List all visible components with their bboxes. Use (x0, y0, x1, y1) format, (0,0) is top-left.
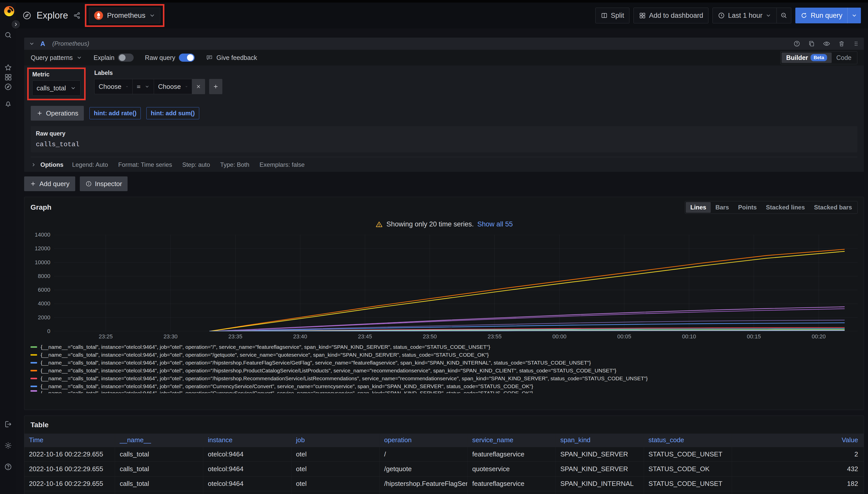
x-tick-label: 23:45 (358, 333, 372, 340)
column-header-value[interactable]: Value (732, 434, 864, 447)
inspector-label: Inspector (95, 180, 122, 188)
label-operator-select[interactable]: = (132, 79, 154, 94)
builder-label: Builder (786, 54, 808, 61)
table-cell: featureflagservice (468, 476, 556, 491)
share-icon[interactable] (73, 12, 81, 19)
graph-mode-stacked-lines[interactable]: Stacked lines (761, 202, 809, 213)
run-query-label: Run query (811, 12, 842, 20)
query-hint-button[interactable]: hint: add rate() (89, 107, 141, 119)
legend-item[interactable]: {__name__="calls_total", instance="otelc… (31, 366, 857, 375)
datasource-name: Prometheus (107, 12, 145, 20)
graph-mode-lines[interactable]: Lines (686, 202, 711, 213)
explain-toggle[interactable] (118, 54, 134, 62)
column-header-statuscode[interactable]: status_code (644, 434, 732, 447)
query-help-icon[interactable] (793, 40, 800, 47)
add-to-dashboard-button[interactable]: Add to dashboard (633, 7, 708, 23)
bell-icon[interactable] (4, 99, 12, 108)
query-row-header[interactable]: A (Prometheus) (24, 38, 864, 50)
builder-tab[interactable]: Builder Beta (782, 53, 832, 63)
column-header-time[interactable]: Time (24, 434, 115, 447)
remove-label-filter-button[interactable] (192, 79, 205, 94)
give-feedback-link[interactable]: Give feedback (206, 54, 257, 61)
legend-item[interactable]: {__name__="calls_total", instance="otelc… (31, 343, 857, 351)
table-cell: /hipstershop.FeatureFlagServi… (379, 476, 468, 491)
sidebar-expand-button[interactable] (11, 20, 20, 29)
options-summary: Legend: AutoFormat: Time seriesStep: aut… (72, 161, 305, 168)
chevron-down-icon (70, 85, 76, 91)
star-icon[interactable] (4, 63, 12, 72)
datasource-picker[interactable]: Prometheus (89, 7, 160, 23)
legend-swatch (31, 362, 37, 363)
chevron-right-icon[interactable] (31, 162, 36, 168)
table-cell: SPAN_KIND_SERVER (556, 461, 644, 476)
run-query-dropdown[interactable] (847, 7, 861, 23)
search-icon[interactable] (4, 31, 12, 39)
query-toolbar: Query patterns Explain Raw query Give fe… (24, 50, 864, 65)
table-cell: otel (291, 491, 379, 494)
info-circle-icon (85, 180, 92, 187)
inspector-button[interactable]: Inspector (80, 176, 128, 191)
column-header-operation[interactable]: operation (379, 434, 468, 447)
legend-item[interactable]: {__name__="calls_total", instance="otelc… (31, 382, 857, 390)
time-range-picker[interactable]: Last 1 hour (712, 7, 777, 23)
add-operation-button[interactable]: Operations (31, 106, 84, 120)
column-header-name[interactable]: __name__ (115, 434, 203, 447)
table-cell: featureflagservice (468, 447, 556, 461)
column-header-spankind[interactable]: span_kind (556, 434, 644, 447)
help-icon[interactable] (4, 463, 12, 471)
gear-icon[interactable] (4, 441, 12, 450)
series-line (210, 251, 845, 331)
table-cell: otelcol:9464 (203, 461, 291, 476)
legend-item[interactable]: {__name__="calls_total", instance="otelc… (31, 375, 857, 382)
legend-item[interactable]: {__name__="calls_total", instance="otelc… (31, 351, 857, 359)
zoom-out-time-button[interactable] (777, 7, 791, 23)
graph-mode-points[interactable]: Points (734, 202, 761, 213)
label-value-select[interactable]: Choose (154, 79, 192, 94)
options-toggle[interactable]: Options (40, 161, 64, 168)
metric-select[interactable]: calls_total (32, 80, 80, 96)
explain-toggle-group: Explain (93, 54, 134, 62)
chevron-down-icon (126, 84, 128, 89)
time-picker-group: Last 1 hour (712, 7, 791, 23)
column-header-job[interactable]: job (291, 434, 379, 447)
x-axis-labels: 23:2523:3023:3523:4023:4523:5023:5500:00… (54, 331, 857, 340)
column-header-instance[interactable]: instance (203, 434, 291, 447)
graph-mode-bars[interactable]: Bars (711, 202, 733, 213)
prometheus-icon (94, 11, 104, 20)
legend-item[interactable]: {__name__="calls_total", instance="otelc… (31, 359, 857, 366)
query-patterns-dropdown[interactable]: Query patterns (31, 54, 82, 61)
grafana-logo-icon[interactable] (3, 5, 15, 17)
column-header-servicename[interactable]: service_name (468, 434, 556, 447)
apps-icon[interactable] (4, 73, 12, 81)
drag-handle-icon[interactable] (853, 40, 860, 47)
duplicate-query-icon[interactable] (808, 40, 815, 47)
y-axis-labels: 02000400060008000100001200014000 (31, 235, 54, 331)
run-query-button[interactable]: Run query (795, 7, 861, 23)
raw-query-toggle[interactable] (179, 54, 195, 62)
split-button[interactable]: Split (595, 7, 630, 23)
explain-label: Explain (93, 54, 114, 61)
collapse-chevron-icon[interactable] (29, 41, 35, 47)
label-name-select[interactable]: Choose (94, 79, 132, 94)
add-label-filter-button[interactable] (209, 79, 222, 94)
plot-area[interactable] (54, 235, 857, 331)
sign-out-icon[interactable] (4, 420, 12, 428)
graph-mode-stacked-bars[interactable]: Stacked bars (810, 202, 856, 213)
show-all-series-link[interactable]: Show all 55 (477, 220, 513, 228)
table-panel-title: Table (24, 419, 864, 434)
table-cell: calls_total (115, 447, 203, 461)
legend-item[interactable]: {__name__="calls_total", instance="otelc… (31, 390, 857, 393)
explore-compass-icon[interactable] (4, 83, 12, 91)
query-hint-button[interactable]: hint: add sum() (146, 107, 199, 119)
clock-icon (718, 12, 725, 19)
label-value-placeholder: Choose (158, 83, 181, 91)
chevron-down-icon (149, 12, 156, 19)
add-query-button[interactable]: Add query (24, 176, 75, 191)
x-tick-label: 00:15 (747, 333, 761, 340)
hide-query-eye-icon[interactable] (823, 40, 830, 48)
delete-query-trash-icon[interactable] (838, 40, 845, 47)
code-tab[interactable]: Code (832, 53, 856, 63)
sidebar (0, 2, 16, 494)
label-operator-value: = (137, 83, 141, 91)
legend-label: {__name__="calls_total", instance="otelc… (41, 360, 591, 366)
